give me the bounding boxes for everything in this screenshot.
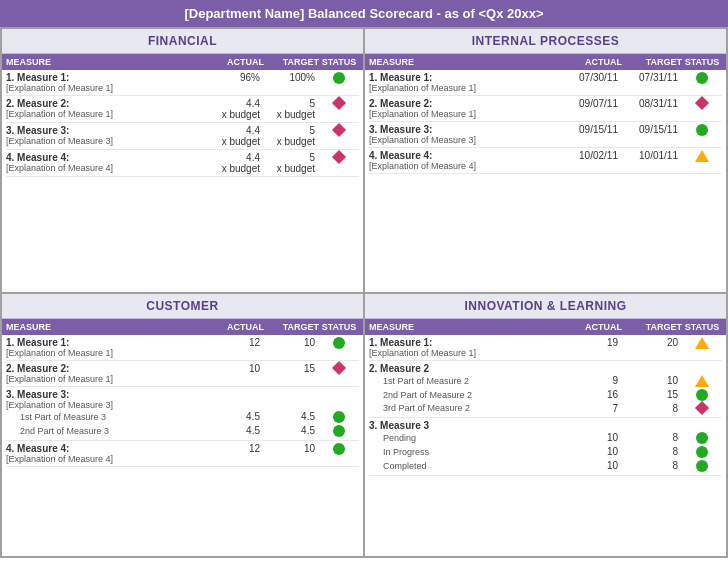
financial-header: MEASURE ACTUAL TARGET STATUS: [2, 54, 363, 70]
list-item: 3rd Part of Measure 2 7 8: [369, 402, 722, 415]
status-icon-diamond: [332, 360, 346, 374]
status-icon-green: [333, 72, 345, 84]
table-row: 1. Measure 1: [Explanation of Measure 1]…: [369, 70, 722, 96]
table-row: 2. Measure 2: [Explanation of Measure 1]…: [369, 96, 722, 122]
list-item: Pending 10 8: [369, 431, 722, 445]
table-row: 2. Measure 2 1st Part of Measure 2 9 10 …: [369, 361, 722, 418]
table-row: 2. Measure 2: [Explanation of Measure 1]…: [6, 361, 359, 387]
status-icon-diamond: [332, 150, 346, 164]
status-icon-triangle: [695, 375, 709, 387]
status-icon-green: [333, 443, 345, 455]
table-row: 3. Measure 3: [Explanation of Measure 3]…: [369, 122, 722, 148]
status-icon-diamond: [695, 96, 709, 110]
status-icon-green: [696, 432, 708, 444]
financial-col-target: TARGET: [264, 57, 319, 67]
customer-title: CUSTOMER: [2, 294, 363, 319]
internal-header: MEASURE ACTUAL TARGET STATUS: [365, 54, 726, 70]
customer-header: MEASURE ACTUAL TARGET STATUS: [2, 319, 363, 335]
internal-body: 1. Measure 1: [Explanation of Measure 1]…: [365, 70, 726, 292]
list-item: 1st Part of Measure 3 4.5 4.5: [6, 410, 359, 424]
list-item: 1st Part of Measure 2 9 10: [369, 374, 722, 388]
financial-quadrant: FINANCIAL MEASURE ACTUAL TARGET STATUS 1…: [1, 28, 364, 293]
innovation-body: 1. Measure 1: [Explanation of Measure 1]…: [365, 335, 726, 557]
table-row: 2. Measure 2: [Explanation of Measure 1]…: [6, 96, 359, 123]
status-icon-triangle: [695, 337, 709, 349]
internal-quadrant: INTERNAL PROCESSES MEASURE ACTUAL TARGET…: [364, 28, 727, 293]
scorecard-grid: FINANCIAL MEASURE ACTUAL TARGET STATUS 1…: [0, 27, 728, 558]
status-icon-green: [696, 389, 708, 401]
list-item: 2nd Part of Measure 3 4.5 4.5: [6, 424, 359, 438]
completed-label: Completed: [369, 461, 562, 471]
status-icon-green: [696, 72, 708, 84]
table-row: 1. Measure 1: [Explanation of Measure 1]…: [6, 70, 359, 96]
status-icon-diamond: [332, 96, 346, 110]
title-bar: [Department Name] Balanced Scorecard - a…: [0, 0, 728, 27]
status-icon-triangle: [695, 150, 709, 162]
list-item: 2nd Part of Measure 2 16 15: [369, 388, 722, 402]
table-row: 1. Measure 1: [Explanation of Measure 1]…: [6, 335, 359, 361]
financial-title: FINANCIAL: [2, 29, 363, 54]
table-row: 3. Measure 3: [Explanation of Measure 3]…: [6, 387, 359, 441]
table-row: 3. Measure 3: [Explanation of Measure 3]…: [6, 123, 359, 150]
financial-col-measure: MEASURE: [6, 57, 209, 67]
status-icon-green: [696, 124, 708, 136]
customer-quadrant: CUSTOMER MEASURE ACTUAL TARGET STATUS 1.…: [1, 293, 364, 558]
status-icon-green: [333, 337, 345, 349]
innovation-title: INNOVATION & LEARNING: [365, 294, 726, 319]
status-icon-diamond: [695, 401, 709, 415]
table-row: 4. Measure 4: [Explanation of Measure 4]…: [6, 150, 359, 177]
table-row: 4. Measure 4: [Explanation of Measure 4]…: [369, 148, 722, 174]
table-row: 3. Measure 3 Pending 10 8 In Progress 10…: [369, 418, 722, 476]
innovation-quadrant: INNOVATION & LEARNING MEASURE ACTUAL TAR…: [364, 293, 727, 558]
status-icon-diamond: [332, 123, 346, 137]
list-item: Completed 10 8: [369, 459, 722, 473]
list-item: In Progress 10 8: [369, 445, 722, 459]
customer-body: 1. Measure 1: [Explanation of Measure 1]…: [2, 335, 363, 557]
status-icon-green: [696, 446, 708, 458]
internal-title: INTERNAL PROCESSES: [365, 29, 726, 54]
table-row: 4. Measure 4: [Explanation of Measure 4]…: [6, 441, 359, 467]
status-icon-green: [333, 425, 345, 437]
status-icon-green: [333, 411, 345, 423]
status-icon-green: [696, 460, 708, 472]
innovation-header: MEASURE ACTUAL TARGET STATUS: [365, 319, 726, 335]
page-title: [Department Name] Balanced Scorecard - a…: [184, 6, 543, 21]
financial-col-actual: ACTUAL: [209, 57, 264, 67]
financial-col-status: STATUS: [319, 57, 359, 67]
table-row: 1. Measure 1: [Explanation of Measure 1]…: [369, 335, 722, 361]
financial-body: 1. Measure 1: [Explanation of Measure 1]…: [2, 70, 363, 292]
